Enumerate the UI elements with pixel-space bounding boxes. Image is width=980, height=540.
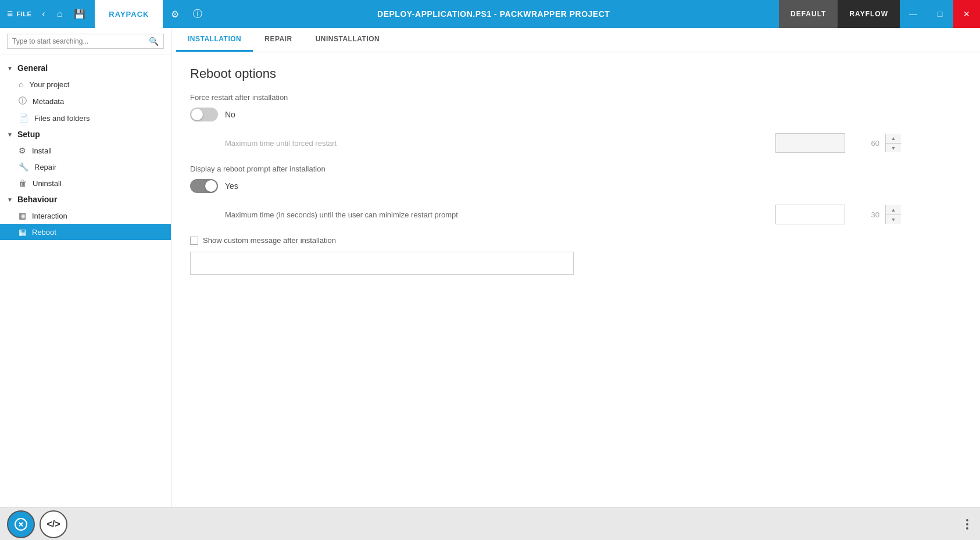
bottombar: </>	[0, 507, 980, 540]
home-button[interactable]: ⌂	[52, 5, 67, 23]
prompt-toggle-row: Yes	[190, 179, 961, 193]
max-time-restart-group: Maximum time until forced restart ▲ ▼	[225, 133, 961, 153]
dot1	[966, 519, 968, 521]
settings-buttons: ⚙ ⓘ	[165, 5, 208, 24]
repair-icon: 🔧	[19, 162, 28, 171]
force-restart-toggle[interactable]	[190, 108, 218, 121]
menu-button[interactable]: ☰ FILE	[7, 10, 33, 18]
page-title: Reboot options	[190, 66, 961, 81]
content-body: Reboot options Force restart after insta…	[171, 52, 980, 507]
more-menu[interactable]	[961, 514, 973, 534]
more-dots-icon[interactable]	[961, 514, 973, 534]
prompt-value: Yes	[225, 181, 238, 191]
reboot-prompt-group: Display a reboot prompt after installati…	[190, 164, 961, 193]
window-title: DEPLOY-APPLICATION.PS1 - PACKWRAPPER PRO…	[208, 9, 779, 19]
nav-tree: ▼ General ⌂ Your project ⓘ Metadata 📄 Fi…	[0, 55, 171, 507]
arrow-icon: ▼	[7, 196, 13, 203]
code-icon: </>	[47, 519, 60, 530]
minimize-spinner-down-button[interactable]: ▼	[886, 214, 901, 224]
folder-icon: 📄	[19, 113, 28, 123]
code-button[interactable]: </>	[40, 510, 67, 538]
nav-buttons: ‹ ⌂ 💾	[37, 5, 90, 23]
custom-message-checkbox-row: Show custom message after installation	[190, 236, 961, 245]
rayflow-mode-button[interactable]: RAYFLOW	[838, 0, 900, 28]
spinner-down-button[interactable]: ▼	[886, 143, 901, 152]
prompt-toggle[interactable]	[190, 179, 218, 193]
search-input[interactable]	[12, 37, 149, 45]
force-restart-label: Force restart after installation	[190, 93, 961, 102]
sidebar-item-files-and-folders[interactable]: 📄 Files and folders	[0, 110, 171, 126]
toggle-thumb	[191, 109, 203, 120]
sidebar-item-repair[interactable]: 🔧 Repair	[0, 159, 171, 175]
default-mode-button[interactable]: DEFAULT	[779, 0, 838, 28]
force-restart-toggle-row: No	[190, 108, 961, 121]
sidebar-item-your-project[interactable]: ⌂ Your project	[0, 76, 171, 92]
custom-message-checkbox[interactable]	[190, 237, 198, 245]
search-input-wrap[interactable]: 🔍	[7, 34, 164, 49]
reboot-icon: ▦	[19, 227, 26, 237]
prompt-label: Display a reboot prompt after installati…	[190, 164, 961, 173]
sidebar-item-install[interactable]: ⚙ Install	[0, 142, 171, 159]
content-area: INSTALLATION REPAIR UNINSTALLATION Reboo…	[171, 28, 980, 507]
force-restart-value: No	[225, 110, 235, 119]
arrow-icon: ▼	[7, 131, 13, 138]
search-icon: 🔍	[149, 37, 159, 46]
interaction-icon: ▦	[19, 211, 26, 220]
minimize-time-input[interactable]	[776, 207, 885, 223]
max-time-spinner: ▲ ▼	[775, 133, 845, 153]
tab-repair[interactable]: REPAIR	[253, 28, 303, 52]
wrench-button[interactable]	[7, 510, 35, 538]
prompt-toggle-track	[190, 179, 218, 193]
minimize-time-spinner: ▲ ▼	[775, 205, 845, 224]
dot3	[966, 527, 968, 530]
max-time-label: Maximum time until forced restart	[225, 139, 337, 148]
save-button[interactable]: 💾	[69, 5, 90, 23]
maximize-button[interactable]: □	[927, 0, 953, 28]
arrow-icon: ▼	[7, 65, 13, 71]
info-icon: ⓘ	[19, 96, 27, 106]
install-icon: ⚙	[19, 146, 26, 155]
info-button[interactable]: ⓘ	[187, 5, 208, 24]
minimize-spinner-buttons: ▲ ▼	[885, 205, 901, 224]
custom-message-group: Show custom message after installation	[190, 236, 961, 275]
tab-installation[interactable]: INSTALLATION	[176, 28, 253, 52]
sidebar-item-uninstall[interactable]: 🗑 Uninstall	[0, 175, 171, 191]
sidebar-item-reboot[interactable]: ▦ Reboot	[0, 224, 171, 240]
section-header-general[interactable]: ▼ General	[0, 60, 171, 76]
sidebar: 🔍 ▼ General ⌂ Your project ⓘ Metadata 📄 …	[0, 28, 171, 507]
custom-message-label: Show custom message after installation	[203, 236, 336, 245]
minimize-button[interactable]: —	[900, 0, 927, 28]
dot2	[966, 523, 968, 525]
wrench-icon	[14, 517, 28, 531]
spinner-up-button[interactable]: ▲	[886, 134, 901, 143]
section-header-setup[interactable]: ▼ Setup	[0, 126, 171, 142]
minimize-time-group: Maximum time (in seconds) until the user…	[190, 205, 961, 224]
minimize-time-label: Maximum time (in seconds) until the user…	[225, 210, 458, 219]
file-menu-label: FILE	[17, 10, 32, 17]
spinner-buttons: ▲ ▼	[885, 134, 901, 152]
mode-buttons: DEFAULT RAYFLOW	[779, 0, 900, 28]
close-button[interactable]: ✕	[953, 0, 980, 28]
titlebar: ☰ FILE ‹ ⌂ 💾 RAYPACK ⚙ ⓘ DEPLOY-APPLICAT…	[0, 0, 980, 28]
minimize-spinner-up-button[interactable]: ▲	[886, 205, 901, 214]
back-button[interactable]: ‹	[37, 5, 49, 23]
search-bar: 🔍	[0, 28, 171, 55]
sidebar-item-interaction[interactable]: ▦ Interaction	[0, 208, 171, 224]
prompt-toggle-thumb	[205, 180, 217, 192]
tab-uninstallation[interactable]: UNINSTALLATION	[304, 28, 392, 52]
custom-message-input[interactable]	[190, 252, 574, 275]
main-area: 🔍 ▼ General ⌂ Your project ⓘ Metadata 📄 …	[0, 28, 980, 507]
section-header-behaviour[interactable]: ▼ Behaviour	[0, 191, 171, 208]
hamburger-icon: ☰	[7, 10, 13, 18]
uninstall-icon: 🗑	[19, 178, 27, 188]
max-time-input[interactable]	[776, 135, 885, 151]
window-controls: — □ ✕	[900, 0, 980, 28]
gear-button[interactable]: ⚙	[165, 5, 185, 23]
toggle-track	[190, 108, 218, 121]
sidebar-item-metadata[interactable]: ⓘ Metadata	[0, 92, 171, 110]
raypack-tab[interactable]: RAYPACK	[95, 0, 163, 28]
force-restart-group: Force restart after installation No	[190, 93, 961, 121]
tab-bar: INSTALLATION REPAIR UNINSTALLATION	[171, 28, 980, 52]
home-icon: ⌂	[19, 80, 23, 89]
